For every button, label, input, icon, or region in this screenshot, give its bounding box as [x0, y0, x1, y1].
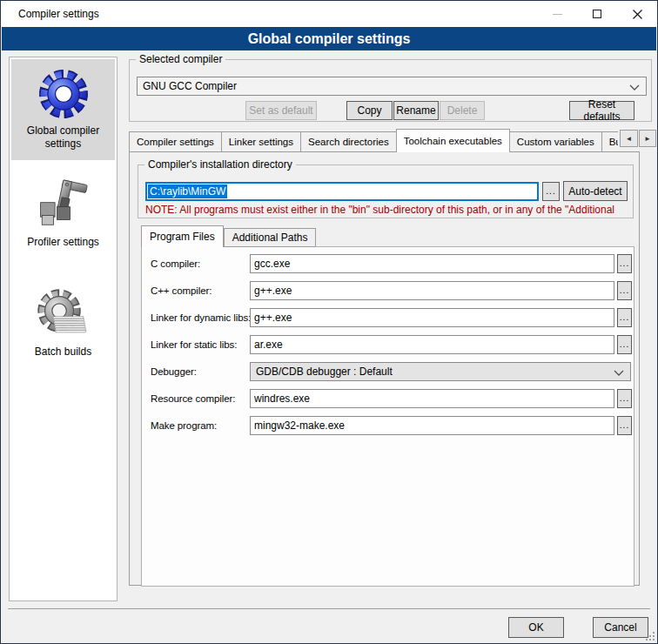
- blue-gear-icon: [35, 65, 92, 123]
- static-linker-browse-button[interactable]: ...: [617, 335, 632, 354]
- cpp-compiler-label: C++ compiler:: [151, 285, 250, 296]
- bin-subdirectory-note: NOTE: All programs must exist either in …: [145, 204, 631, 216]
- sidebar-item-profiler-settings[interactable]: Profiler settings: [11, 165, 115, 263]
- tab-toolchain-executables[interactable]: Toolchain executables: [396, 129, 510, 152]
- resource-compiler-input[interactable]: [250, 389, 614, 408]
- maximize-button[interactable]: [577, 1, 617, 27]
- minimize-icon: [553, 14, 562, 15]
- field-row-cpp-compiler: C++ compiler: ...: [142, 281, 634, 300]
- minimize-button[interactable]: [537, 1, 577, 27]
- close-icon: [633, 10, 642, 19]
- c-compiler-label: C compiler:: [151, 258, 250, 269]
- tab-additional-paths[interactable]: Additional Paths: [224, 228, 317, 247]
- reset-defaults-button[interactable]: Reset defaults: [569, 101, 634, 120]
- field-row-make-program: Make program: ...: [142, 416, 634, 435]
- tab-scroll-right-button[interactable]: ►: [639, 130, 656, 147]
- program-files-panel: C compiler: ... C++ compiler: ... Linker…: [141, 246, 634, 587]
- ok-button[interactable]: OK: [508, 617, 564, 638]
- dynamic-linker-browse-button[interactable]: ...: [617, 308, 632, 327]
- cpp-compiler-input[interactable]: [250, 281, 614, 300]
- sidebar-item-batch-builds[interactable]: Batch builds: [11, 275, 115, 372]
- tab-program-files[interactable]: Program Files: [141, 225, 224, 247]
- close-button[interactable]: [617, 1, 657, 27]
- dialog-body: Global compiler settings: [1, 50, 657, 643]
- tab-compiler-settings[interactable]: Compiler settings: [129, 131, 221, 152]
- delete-button[interactable]: Delete: [440, 101, 485, 120]
- field-row-dynamic-linker: Linker for dynamic libs: ...: [142, 308, 634, 327]
- sidebar-item-label: Global compiler settings: [11, 123, 115, 154]
- field-row-resource-compiler: Resource compiler: ...: [142, 389, 634, 408]
- auto-detect-button[interactable]: Auto-detect: [563, 181, 628, 201]
- field-row-static-linker: Linker for static libs: ...: [142, 335, 634, 354]
- resource-compiler-label: Resource compiler:: [151, 393, 250, 404]
- installation-directory-group: Compiler's installation directory C:\ray…: [138, 164, 634, 218]
- installation-directory-value: C:\raylib\MinGW: [148, 184, 227, 198]
- copy-button[interactable]: Copy: [346, 101, 393, 120]
- compiler-select-value: GNU GCC Compiler: [143, 80, 237, 92]
- tab-scroll-left-button[interactable]: ◄: [620, 130, 638, 147]
- debugger-select[interactable]: GDB/CDB debugger : Default: [250, 362, 631, 381]
- set-as-default-button[interactable]: Set as default: [245, 101, 317, 120]
- toolchain-executables-page: Compiler's installation directory C:\ray…: [129, 151, 640, 586]
- caliper-cubes-icon: [35, 177, 92, 234]
- title-bar: Compiler settings: [1, 1, 657, 27]
- field-row-c-compiler: C compiler: ...: [142, 254, 634, 273]
- field-row-debugger: Debugger: GDB/CDB debugger : Default: [142, 362, 634, 381]
- arrow-left-icon: ◄: [626, 135, 633, 143]
- footer-divider: [8, 608, 650, 609]
- program-files-tab-bar: Program Files Additional Paths: [141, 225, 316, 247]
- sidebar-item-global-compiler-settings[interactable]: Global compiler settings: [11, 59, 115, 160]
- settings-tab-bar: Compiler settings Linker settings Search…: [129, 129, 618, 152]
- installation-directory-browse-button[interactable]: ...: [542, 182, 560, 201]
- cpp-compiler-browse-button[interactable]: ...: [617, 281, 632, 300]
- static-linker-input[interactable]: [250, 335, 614, 354]
- make-program-label: Make program:: [151, 420, 250, 431]
- static-linker-label: Linker for static libs:: [151, 339, 250, 350]
- selected-compiler-group: Selected compiler GNU GCC Compiler Set a…: [129, 59, 652, 122]
- tab-build-options[interactable]: Build options: [601, 131, 618, 152]
- chevron-down-icon: [614, 370, 624, 376]
- make-program-browse-button[interactable]: ...: [617, 416, 632, 435]
- gray-gear-stack-icon: [35, 286, 92, 344]
- tab-search-directories[interactable]: Search directories: [300, 131, 396, 152]
- resize-grip[interactable]: [645, 631, 655, 641]
- installation-directory-input[interactable]: C:\raylib\MinGW: [145, 182, 539, 201]
- compiler-settings-window: Compiler settings Global compiler settin…: [0, 0, 658, 644]
- cancel-button[interactable]: Cancel: [593, 617, 648, 638]
- settings-category-list: Global compiler settings: [9, 57, 118, 601]
- selected-compiler-group-label: Selected compiler: [136, 53, 225, 65]
- tab-custom-variables[interactable]: Custom variables: [510, 131, 601, 152]
- page-title: Global compiler settings: [2, 27, 656, 50]
- dynamic-linker-label: Linker for dynamic libs:: [151, 312, 250, 323]
- debugger-select-value: GDB/CDB debugger : Default: [256, 366, 393, 378]
- rename-button[interactable]: Rename: [393, 101, 439, 120]
- sidebar-item-label: Batch builds: [31, 344, 95, 362]
- c-compiler-browse-button[interactable]: ...: [617, 254, 632, 273]
- dynamic-linker-input[interactable]: [250, 308, 614, 327]
- resource-compiler-browse-button[interactable]: ...: [617, 389, 632, 408]
- installation-directory-group-label: Compiler's installation directory: [144, 158, 296, 171]
- maximize-icon: [593, 10, 601, 18]
- tab-linker-settings[interactable]: Linker settings: [221, 131, 300, 152]
- compiler-select[interactable]: GNU GCC Compiler: [137, 77, 647, 96]
- c-compiler-input[interactable]: [250, 254, 614, 273]
- debugger-label: Debugger:: [151, 366, 250, 377]
- make-program-input[interactable]: [250, 416, 614, 435]
- sidebar-item-label: Profiler settings: [24, 234, 103, 252]
- arrow-right-icon: ►: [644, 135, 651, 143]
- window-title: Compiler settings: [18, 8, 99, 20]
- chevron-down-icon: [629, 84, 640, 91]
- window-controls: [537, 1, 657, 27]
